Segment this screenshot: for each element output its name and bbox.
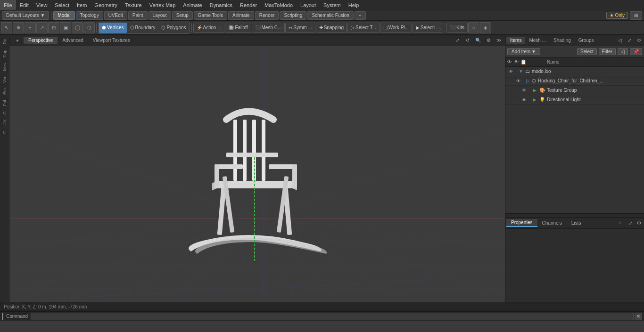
- vp-tab-advanced[interactable]: Advanced: [58, 37, 88, 44]
- filter-button[interactable]: Filter: [599, 48, 616, 55]
- tool-view-home[interactable]: ⌂: [468, 22, 479, 33]
- sidebar-em[interactable]: Em:: [2, 85, 7, 97]
- eye-icon-chair[interactable]: 👁: [515, 78, 521, 84]
- panel-tab-shading[interactable]: Shading: [550, 37, 575, 44]
- layout-settings[interactable]: ⊞: [630, 11, 642, 20]
- panel-pin-btn[interactable]: 📌: [630, 48, 642, 55]
- prop-settings-btn[interactable]: ⚙: [635, 219, 643, 227]
- sidebar-f[interactable]: F:: [2, 128, 7, 136]
- command-bar-handle[interactable]: [2, 313, 3, 320]
- tool-kits[interactable]: ⬛ Kits: [446, 23, 468, 33]
- tool-select[interactable]: ↗: [36, 22, 48, 33]
- star-only-btn[interactable]: ★ Only: [606, 12, 628, 19]
- prop-expand-btn[interactable]: ⤢: [626, 219, 635, 227]
- menu-item[interactable]: Item: [73, 0, 91, 10]
- panel-tab-expand[interactable]: ⤢: [625, 36, 634, 45]
- tool-symmetry[interactable]: ⇔ Symm ...: [285, 23, 315, 33]
- tool-lasso[interactable]: ⌖: [25, 22, 36, 33]
- sidebar-c[interactable]: C:: [2, 108, 7, 116]
- mode-vertices[interactable]: ⬟ Vertices: [99, 23, 127, 33]
- command-clear-btn[interactable]: ✕: [635, 313, 642, 320]
- vp-icon-maximize[interactable]: ⤢: [453, 36, 462, 45]
- select-button[interactable]: Select: [577, 48, 597, 55]
- eye-icon-light[interactable]: 👁: [520, 97, 527, 103]
- menu-select[interactable]: Select: [51, 0, 73, 10]
- layout-add-tab[interactable]: +: [355, 11, 366, 20]
- menu-layout[interactable]: Layout: [297, 0, 320, 10]
- layout-tab-game-tools[interactable]: Game Tools: [194, 11, 227, 20]
- layout-tab-schematic[interactable]: Schematic Fusion: [307, 11, 353, 20]
- tool-mesh[interactable]: ⬛ Mesh C...: [252, 23, 285, 33]
- add-item-button[interactable]: Add Item ▼: [507, 48, 540, 55]
- panel-tab-mesh[interactable]: Mesh ...: [525, 37, 550, 44]
- sidebar-ver[interactable]: Ver:: [2, 73, 7, 85]
- menu-vertex-map[interactable]: Vertex Map: [146, 0, 180, 10]
- panel-more-btn[interactable]: ◁: [618, 48, 628, 55]
- mode-boundary[interactable]: ⬠ Boundary: [127, 23, 158, 33]
- vp-tab-viewport-textures[interactable]: Viewport Textures: [88, 37, 135, 44]
- eye-icon-modo[interactable]: 👁: [507, 68, 514, 75]
- layout-tab-paint[interactable]: Paint: [128, 11, 148, 20]
- sidebar-pol[interactable]: Pol:: [2, 97, 7, 108]
- panel-tab-groups[interactable]: Groups: [575, 37, 598, 44]
- tree-item-directional-light[interactable]: 👁 ▶ 💡 Directional Light: [505, 95, 644, 105]
- vp-icon-more[interactable]: ≫: [495, 36, 503, 45]
- panel-tab-items[interactable]: Items: [506, 37, 525, 44]
- tool-transform[interactable]: ⊡: [48, 22, 59, 33]
- layout-tab-topology[interactable]: Topology: [76, 11, 103, 20]
- prop-tab-lists[interactable]: Lists: [567, 219, 586, 227]
- tool-border[interactable]: ▣: [60, 22, 71, 33]
- layout-tab-uvedit[interactable]: UVEdit: [104, 11, 127, 20]
- prop-tab-channels[interactable]: Channels: [537, 219, 567, 227]
- panel-tab-arrow-left[interactable]: ◁: [616, 36, 624, 45]
- menu-geometry[interactable]: Geometry: [91, 0, 121, 10]
- vp-tab-perspective[interactable]: Perspective: [24, 37, 58, 44]
- tool-circle[interactable]: ◯: [72, 22, 83, 33]
- tree-item-texture-group[interactable]: 👁 ▶ 🎨 Texture Group: [505, 86, 644, 95]
- menu-file[interactable]: File: [0, 0, 16, 10]
- vp-icon-refresh[interactable]: ↺: [463, 36, 472, 45]
- tool-snapping[interactable]: ✚ Snapping: [316, 23, 347, 33]
- vp-icon-settings[interactable]: ⚙: [484, 36, 493, 45]
- mode-polygons[interactable]: ⬡ Polygons: [158, 23, 189, 33]
- menu-dynamics[interactable]: Dynamics: [206, 0, 236, 10]
- menu-system[interactable]: System: [320, 0, 345, 10]
- tool-shield[interactable]: ⬡: [83, 22, 95, 33]
- layout-tab-scripting[interactable]: Scripting: [280, 11, 306, 20]
- viewport-3d[interactable]: ● Perspective Advanced Viewport Textures…: [9, 35, 505, 302]
- menu-edit[interactable]: Edit: [16, 0, 33, 10]
- prop-tab-add[interactable]: +: [614, 219, 626, 227]
- menu-help[interactable]: Help: [345, 0, 363, 10]
- layout-tab-setup[interactable]: Setup: [172, 11, 193, 20]
- tree-scrollbar[interactable]: [505, 213, 644, 217]
- menu-texture[interactable]: Texture: [121, 0, 146, 10]
- tool-select-i[interactable]: ▶ Selecti ...: [413, 23, 443, 33]
- eye-icon-texture[interactable]: 👁: [520, 87, 527, 94]
- tool-work-plane[interactable]: ⬚ Work Pl...: [380, 23, 412, 33]
- layout-tab-animate[interactable]: Animate: [228, 11, 254, 20]
- tool-arrow[interactable]: ↖: [1, 22, 12, 33]
- default-layouts-dropdown[interactable]: Default Layouts ▼: [2, 11, 49, 20]
- sidebar-uv[interactable]: UV:: [2, 117, 7, 128]
- prop-tab-properties[interactable]: Properties: [506, 219, 537, 227]
- vp-tab-dot[interactable]: ●: [11, 37, 24, 44]
- tool-globe[interactable]: ⊕: [13, 22, 24, 33]
- menu-animate[interactable]: Animate: [179, 0, 206, 10]
- vp-icon-search[interactable]: 🔍: [474, 36, 482, 45]
- sidebar-mes[interactable]: Mes:: [2, 60, 7, 73]
- layout-tab-layout[interactable]: Layout: [149, 11, 171, 20]
- tool-select-t[interactable]: ▷ Select T...: [347, 23, 380, 33]
- tool-vr[interactable]: ◈: [480, 22, 491, 33]
- sidebar-dup[interactable]: Dup:: [2, 47, 7, 59]
- tree-item-modo-lxo[interactable]: 👁 ▼ 🗂 modo.lxo: [505, 67, 644, 76]
- tree-item-rocking-chair[interactable]: 👁 ▷ ⬡ Rocking_Chair_for_Children_...: [505, 76, 644, 86]
- menu-render[interactable]: Render: [236, 0, 261, 10]
- layout-tab-model[interactable]: Model: [53, 11, 74, 20]
- menu-view[interactable]: View: [33, 0, 51, 10]
- tool-action[interactable]: ⚡ Action ...: [193, 23, 225, 33]
- layout-tab-render[interactable]: Render: [255, 11, 279, 20]
- command-input[interactable]: [31, 313, 634, 320]
- tool-falloff[interactable]: 🔘 Falloff: [225, 23, 251, 33]
- panel-tab-settings[interactable]: ⚙: [635, 36, 643, 45]
- sidebar-de[interactable]: De:: [2, 36, 7, 46]
